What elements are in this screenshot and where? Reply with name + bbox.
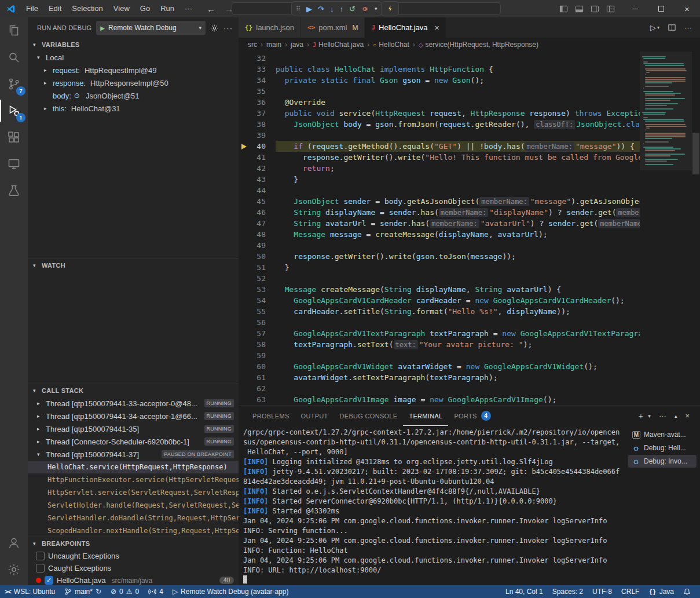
thread-row[interactable]: ▸Thread [qtp1500079441-34-acceptor-1@66.… (28, 410, 239, 422)
variable-response[interactable]: ▸response:HttpResponseImpl@50 (28, 76, 239, 89)
maximize-panel-icon[interactable]: ▴ (675, 413, 677, 419)
debug-config-dropdown[interactable]: ▶ Remote Watch Debug ▾ (96, 21, 206, 35)
menu-go[interactable]: Go (135, 2, 155, 15)
thread-row[interactable]: ▸Thread [Connector-Scheduler-6920b0bc-1]… (28, 435, 239, 448)
line-content[interactable] (276, 130, 640, 141)
drag-handle-icon[interactable]: ⠿ (296, 5, 300, 13)
line-content[interactable]: String displayName = sender.has(memberNa… (276, 207, 640, 218)
line-content[interactable] (276, 383, 640, 394)
problems-status[interactable]: ⊘ 0 ⚠ 0 (106, 585, 144, 598)
variables-section-header[interactable]: ▾ VARIABLES (28, 38, 239, 51)
line-content[interactable] (276, 317, 640, 328)
line-content[interactable]: public void service(HttpRequest request,… (276, 108, 640, 119)
code-line-57[interactable]: 57 GoogleAppsCardV1TextParagraph textPar… (239, 328, 640, 339)
breakpoint-row[interactable]: HelloChat.javasrc/main/java40 (28, 574, 239, 585)
scrollbar-thumb[interactable] (692, 133, 699, 174)
code-line-40[interactable]: 40 if (request.getMethod().equals("GET")… (239, 141, 640, 152)
code-line-39[interactable]: 39 (239, 130, 640, 141)
terminal-session-DebugHell[interactable]: Debug: Hell... (628, 442, 697, 454)
activity-explorer[interactable] (0, 17, 28, 44)
stack-frame[interactable]: HttpFunctionExecutor.service(HttpServlet… (28, 473, 239, 486)
settings-button[interactable] (0, 556, 28, 583)
line-content[interactable]: Message message = createMessage(displayN… (276, 229, 640, 240)
menu-run[interactable]: Run (155, 2, 179, 15)
line-content[interactable] (276, 86, 640, 97)
code-line-35[interactable]: 35 (239, 86, 640, 97)
notifications-bell[interactable] (679, 585, 695, 598)
menu-[interactable]: ··· (179, 2, 197, 15)
variable-request[interactable]: ▸request:HttpRequestImpl@49 (28, 64, 239, 76)
menu-selection[interactable]: Selection (67, 2, 108, 15)
line-number[interactable]: 60 (239, 361, 276, 372)
line-number[interactable]: 46 (239, 207, 276, 218)
line-content[interactable]: return; (276, 163, 640, 174)
code-line-33[interactable]: 33public class HelloChat implements Http… (239, 64, 640, 75)
code-line-32[interactable]: 32 (239, 53, 640, 64)
line-number[interactable]: 51 (239, 262, 276, 273)
editor-scrollbar[interactable] (692, 52, 700, 405)
line-content[interactable]: GoogleAppsCardV1CardHeader cardHeader = … (276, 295, 640, 306)
line-number[interactable]: 43 (239, 174, 276, 185)
line-content[interactable]: GoogleAppsCardV1TextParagraph textParagr… (276, 328, 640, 339)
line-number[interactable]: 53 (239, 284, 276, 295)
code-line-37[interactable]: 37 public void service(HttpRequest reque… (239, 108, 640, 119)
breakpoint-checkbox[interactable] (45, 576, 53, 585)
branch-status[interactable]: main* ↻ (60, 585, 106, 598)
line-content[interactable] (276, 350, 640, 361)
run-java-button[interactable]: ▷▾ (650, 23, 659, 32)
menu-edit[interactable]: Edit (43, 2, 67, 15)
activity-source-control[interactable]: 7 (0, 71, 28, 97)
variables-scope[interactable]: ▾Local (28, 51, 239, 64)
step-into-button[interactable]: ↓ (330, 5, 334, 13)
ports-status[interactable]: 4 (144, 585, 168, 598)
line-number[interactable]: 54 (239, 295, 276, 306)
continue-button[interactable]: ▶ (306, 5, 312, 13)
panel-more-actions[interactable]: ··· (659, 411, 666, 420)
line-content[interactable]: GoogleAppsCardV1Image image = new Google… (276, 394, 640, 405)
line-number[interactable]: 55 (239, 306, 276, 317)
lightning-button[interactable] (381, 1, 399, 16)
code-line-54[interactable]: 54 GoogleAppsCardV1CardHeader cardHeader… (239, 295, 640, 306)
line-content[interactable] (276, 53, 640, 64)
line-number[interactable]: 49 (239, 240, 276, 251)
line-number[interactable]: 36 (239, 97, 276, 108)
breadcrumb-item[interactable]: ○HelloChat (373, 41, 409, 49)
split-editor-button[interactable] (668, 23, 676, 32)
step-over-button[interactable]: ↷ (318, 5, 324, 13)
breadcrumb-item[interactable]: JHelloChat.java (313, 41, 364, 49)
toggle-panel-icon[interactable] (575, 5, 584, 13)
account-button[interactable] (0, 530, 28, 556)
close-tab-icon[interactable]: × (435, 23, 439, 32)
code-line-59[interactable]: 59 (239, 350, 640, 361)
terminal-session-Mavenavat[interactable]: MMaven-avat... (628, 428, 697, 441)
start-debug-icon[interactable]: ▶ (100, 25, 105, 31)
language-mode[interactable]: {}Java (644, 585, 679, 598)
menu-file[interactable]: File (21, 2, 43, 15)
thread-row[interactable]: ▾Thread [qtp1500079441-37]PAUSED ON BREA… (28, 448, 239, 461)
code-line-41[interactable]: 41 response.getWriter().write("Hello! Th… (239, 152, 640, 163)
variable-body[interactable]: body:⊙JsonObject@51 (28, 89, 239, 102)
thread-row[interactable]: ▸Thread [qtp1500079441-33-acceptor-0@48.… (28, 397, 239, 410)
breadcrumb-item[interactable]: java (291, 41, 303, 49)
tab-HelloChat.java[interactable]: JHelloChat.java× (365, 17, 446, 38)
line-content[interactable]: JsonObject sender = body.getAsJsonObject… (276, 196, 640, 207)
activity-run-and-debug[interactable]: 1 (0, 97, 28, 124)
panel-tab-ports[interactable]: PORTS4 (448, 406, 496, 426)
code-line-45[interactable]: 45 JsonObject sender = body.getAsJsonObj… (239, 196, 640, 207)
code-line-42[interactable]: 42 return; (239, 163, 640, 174)
tab-pom.xml[interactable]: <>pom.xmlM (301, 17, 365, 38)
activity-extensions[interactable] (0, 124, 28, 151)
line-content[interactable] (276, 185, 640, 196)
panel-tab-output[interactable]: OUTPUT (295, 406, 334, 426)
line-content[interactable]: if (request.getMethod().equals("GET") ||… (276, 141, 640, 152)
line-content[interactable]: @Override (276, 97, 640, 108)
panel-tab-debug-console[interactable]: DEBUG CONSOLE (334, 406, 404, 426)
line-content[interactable] (276, 240, 640, 251)
stack-frame[interactable]: ServletHolder.handle(Request,ServletRequ… (28, 499, 239, 512)
line-content[interactable]: avatarWidget.setTextParagraph(textParagr… (276, 372, 640, 383)
line-content[interactable]: response.getWriter().write("Hello! This … (276, 152, 640, 163)
step-out-button[interactable]: ↑ (339, 5, 343, 13)
line-number[interactable]: 38 (239, 119, 276, 130)
line-number[interactable]: 61 (239, 372, 276, 383)
debug-session-status[interactable]: ▷ Remote Watch Debug (avatar-app) (168, 585, 294, 598)
